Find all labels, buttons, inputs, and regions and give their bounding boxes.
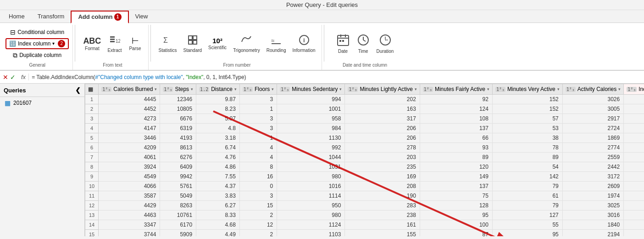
svg-rect-5 bbox=[189, 36, 192, 40]
table-cell: 10761 bbox=[160, 211, 196, 220]
svg-rect-10 bbox=[272, 43, 281, 44]
table-row: 134463107618.33298023895127301612 bbox=[85, 211, 644, 220]
table-cell: 4273 bbox=[99, 114, 160, 124]
table-cell: 9 bbox=[624, 182, 644, 191]
table-cell: 78 bbox=[492, 143, 562, 153]
standard-button[interactable]: Standard bbox=[181, 33, 205, 54]
extract-icon: 123 bbox=[109, 34, 120, 47]
table-cell: 7 bbox=[624, 162, 644, 172]
from-text-label: From text bbox=[103, 62, 122, 69]
sidebar-item-201607[interactable]: ▦ 201607 bbox=[0, 97, 84, 109]
table-icon: ▦ bbox=[5, 99, 11, 107]
svg-text:≈: ≈ bbox=[271, 37, 274, 44]
formula-confirm-icon[interactable]: ✓ bbox=[10, 74, 16, 81]
col-header-floors[interactable]: 1²₃ Floors ▾ bbox=[239, 84, 277, 95]
table-cell: 992 bbox=[277, 143, 345, 153]
table-cell: 3.83 bbox=[196, 191, 240, 201]
table-cell: 16 bbox=[239, 172, 277, 182]
table-cell: 1103 bbox=[277, 230, 345, 237]
extract-button[interactable]: 123 Extract bbox=[105, 33, 124, 54]
ribbon-tab-bar: Home Transform Add column 1 View bbox=[0, 10, 644, 23]
table-cell: 6676 bbox=[160, 114, 196, 124]
table-cell: 958 bbox=[277, 114, 345, 124]
col-header-calories[interactable]: 1²₃ Calories Burned ▾ bbox=[99, 84, 160, 95]
table-cell: 79 bbox=[492, 182, 562, 191]
index-column-button[interactable]: 🔢 Index column ▾ 2 bbox=[6, 38, 69, 49]
content-wrapper: ▦ 1²₃ Calories Burned ▾ 1²₃ bbox=[85, 84, 644, 236]
table-cell: 4445 bbox=[99, 95, 160, 104]
col-header-fairly-active[interactable]: 1²₃ Minutes Fairly Active ▾ bbox=[420, 84, 492, 95]
col-header-very-active[interactable]: 1²₃ Minutes Very Active ▾ bbox=[492, 84, 562, 95]
table-row: 5344641933.1811130206663818694 bbox=[85, 133, 644, 143]
sep1 bbox=[75, 25, 75, 62]
duration-button[interactable]: Duration bbox=[374, 32, 396, 55]
col-header-distance[interactable]: 1.2 Distance ▾ bbox=[196, 84, 240, 95]
table-cell: 8613 bbox=[160, 143, 196, 153]
format-button[interactable]: ABC Format bbox=[81, 35, 103, 52]
scientific-button[interactable]: 10² Scientific bbox=[206, 36, 229, 51]
main-area: Queries ❮ ▦ 201607 ▦ 1²₃ bbox=[0, 84, 644, 236]
table-cell: 3016 bbox=[562, 211, 623, 220]
table-cell: 137 bbox=[420, 124, 492, 133]
table-cell: 14 bbox=[624, 230, 644, 237]
table-cell: 2 bbox=[239, 230, 277, 237]
svg-text:i: i bbox=[303, 37, 305, 44]
sidebar-collapse-icon[interactable]: ❮ bbox=[75, 86, 81, 94]
table-row: 4414763194.839842061375327243 bbox=[85, 124, 644, 133]
table-cell: 8 bbox=[239, 162, 277, 172]
table-cell: 124 bbox=[420, 104, 492, 114]
table-cell: 4452 bbox=[99, 104, 160, 114]
table-cell: 8.33 bbox=[196, 211, 240, 220]
table-cell: 89 bbox=[492, 153, 562, 162]
information-icon: i bbox=[299, 34, 310, 47]
data-table-container[interactable]: ▦ 1²₃ Calories Burned ▾ 1²₃ bbox=[85, 84, 644, 236]
table-cell: 12346 bbox=[160, 95, 196, 104]
col-header-lightly-active[interactable]: 1²₃ Minutes Lightly Active ▾ bbox=[345, 84, 420, 95]
trigonometry-button[interactable]: Trigonometry bbox=[231, 33, 262, 54]
table-cell: 203 bbox=[345, 153, 420, 162]
duplicate-column-button[interactable]: ⧉ Duplicate column bbox=[11, 51, 63, 60]
col-header-sedentary[interactable]: 1²₃ Minutes Sedentary ▾ bbox=[277, 84, 345, 95]
col-header-index[interactable]: 1²₃ Index ▾ bbox=[624, 84, 644, 95]
table-cell: 12 bbox=[239, 220, 277, 230]
row-number: 11 bbox=[85, 191, 99, 201]
parse-button[interactable]: ⊢ Parse bbox=[126, 35, 144, 52]
time-icon bbox=[357, 34, 370, 48]
col-header-activity-calories[interactable]: 1²₃ Activity Calories ▾ bbox=[562, 84, 623, 95]
table-cell: 92 bbox=[420, 95, 492, 104]
table-cell: 4.86 bbox=[196, 162, 240, 172]
statistics-button[interactable]: Σ Statistics bbox=[156, 33, 179, 54]
col-header-steps[interactable]: 1²₃ Steps ▾ bbox=[160, 84, 196, 95]
tab-transform[interactable]: Transform bbox=[31, 11, 71, 22]
tab-home[interactable]: Home bbox=[2, 11, 31, 22]
table-cell: 2194 bbox=[562, 230, 623, 237]
scientific-icon: 10² bbox=[212, 37, 222, 44]
table-cell: 2724 bbox=[562, 124, 623, 133]
information-button[interactable]: i Information bbox=[290, 33, 317, 54]
tab-add-column[interactable]: Add column 1 bbox=[71, 11, 128, 23]
tab-view[interactable]: View bbox=[129, 11, 155, 22]
table-cell: 2609 bbox=[562, 182, 623, 191]
general-label: General bbox=[29, 62, 45, 69]
table-cell: 1044 bbox=[277, 153, 345, 162]
svg-text:123: 123 bbox=[116, 39, 120, 44]
conditional-column-button[interactable]: ⊟ Conditional column bbox=[8, 28, 66, 37]
rounding-button[interactable]: ≈ Rounding bbox=[264, 33, 289, 54]
table-cell: 4.68 bbox=[196, 220, 240, 230]
row-number: 2 bbox=[85, 104, 99, 114]
table-cell: 152 bbox=[492, 104, 562, 114]
formula-cancel-icon[interactable]: ✕ bbox=[3, 74, 8, 81]
table-cell: 4209 bbox=[99, 143, 160, 153]
table-cell: 3 bbox=[239, 114, 277, 124]
standard-icon bbox=[187, 34, 198, 47]
table-cell: 152 bbox=[492, 95, 562, 104]
date-button[interactable]: Date bbox=[334, 32, 352, 55]
table-cell: 5761 bbox=[160, 182, 196, 191]
svg-rect-8 bbox=[193, 40, 197, 44]
table-cell: 4.8 bbox=[196, 124, 240, 133]
table-cell: 12 bbox=[624, 211, 644, 220]
time-button[interactable]: Time bbox=[354, 32, 372, 55]
table-cell: 8.23 bbox=[196, 104, 240, 114]
table-cell: 95 bbox=[492, 230, 562, 237]
trigonometry-icon bbox=[241, 34, 252, 47]
